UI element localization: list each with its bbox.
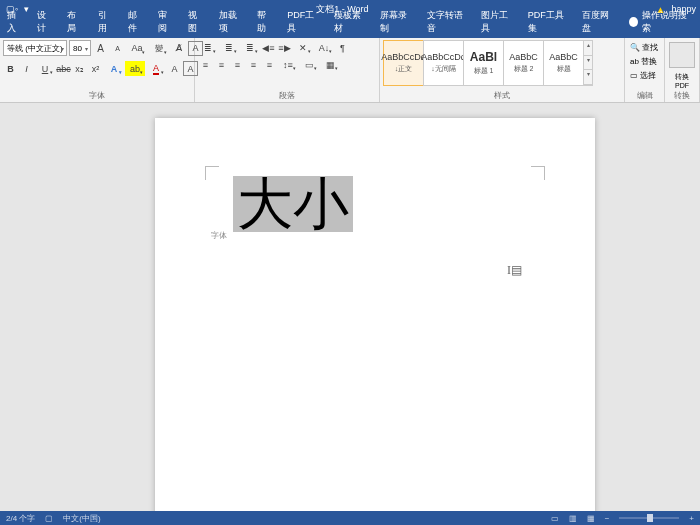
- numbering-button[interactable]: ≣: [219, 40, 239, 55]
- lightbulb-icon: [629, 17, 638, 27]
- select-button[interactable]: ▭选择: [628, 68, 658, 82]
- tell-me-label: 操作说明搜索: [642, 9, 690, 35]
- style-normal[interactable]: AaBbCcDd ↓正文: [383, 40, 424, 86]
- search-icon: 🔍: [630, 43, 640, 52]
- subscript-button[interactable]: x₂: [72, 61, 87, 76]
- highlight-button[interactable]: ab: [125, 61, 145, 76]
- crop-mark-tr: [531, 166, 545, 180]
- tab-templates[interactable]: 模板素材: [327, 6, 373, 38]
- zoom-out-icon[interactable]: −: [605, 514, 610, 523]
- clear-formatting-icon[interactable]: A̸: [171, 41, 186, 56]
- style-heading2[interactable]: AaBbC 标题 2: [503, 40, 544, 86]
- bold-button[interactable]: B: [3, 61, 18, 76]
- justify-icon[interactable]: ≡: [246, 57, 261, 72]
- convert-group: 转换 PDF 转换: [665, 38, 700, 102]
- show-marks-icon[interactable]: ¶: [335, 40, 350, 55]
- tab-addins[interactable]: 加载项: [212, 6, 250, 38]
- chevron-up-icon: ▴: [584, 41, 592, 56]
- tab-layout[interactable]: 布局: [60, 6, 90, 38]
- align-right-icon[interactable]: ≡: [230, 57, 245, 72]
- find-button[interactable]: 🔍查找: [628, 40, 660, 54]
- status-bar: 2/4 个字 ▢ 中文(中国) ▭ ▥ ▦ − +: [0, 511, 700, 525]
- web-layout-icon[interactable]: ▦: [587, 514, 595, 523]
- style-nospacing[interactable]: AaBbCcDd ↓无间隔: [423, 40, 464, 86]
- font-group-label: 字体: [3, 89, 191, 102]
- tab-pdftools[interactable]: PDF工具: [280, 6, 326, 38]
- document-area[interactable]: 大小 字体 I▤: [0, 103, 700, 511]
- paragraph-group-label: 段落: [198, 89, 376, 102]
- italic-button[interactable]: I: [19, 61, 34, 76]
- tab-view[interactable]: 视图: [181, 6, 211, 38]
- read-mode-icon[interactable]: ▭: [551, 514, 559, 523]
- spellcheck-icon[interactable]: ▢: [45, 514, 53, 523]
- sort-icon[interactable]: A↓: [314, 40, 334, 55]
- font-size-combo[interactable]: 80: [69, 40, 91, 56]
- zoom-slider[interactable]: [619, 517, 679, 519]
- ibeam-cursor-icon: I▤: [507, 263, 522, 278]
- tab-help[interactable]: 帮助: [250, 6, 280, 38]
- align-center-icon[interactable]: ≡: [214, 57, 229, 72]
- style-heading1[interactable]: AaBl 标题 1: [463, 40, 504, 86]
- tab-design[interactable]: 设计: [30, 6, 60, 38]
- tell-me[interactable]: 操作说明搜索: [622, 6, 700, 38]
- strikethrough-button[interactable]: abc: [56, 61, 71, 76]
- print-layout-icon[interactable]: ▥: [569, 514, 577, 523]
- editing-group: 🔍查找 ab替换 ▭选择 编辑: [625, 38, 665, 102]
- font-hint-label: 字体: [211, 230, 227, 241]
- tab-mailings[interactable]: 邮件: [121, 6, 151, 38]
- crop-mark-tl: [205, 166, 219, 180]
- underline-button[interactable]: U: [35, 61, 55, 76]
- align-left-icon[interactable]: ≡: [198, 57, 213, 72]
- borders-icon[interactable]: ▦: [320, 57, 340, 72]
- decrease-font-icon[interactable]: A: [110, 41, 125, 56]
- styles-group: AaBbCcDd ↓正文 AaBbCcDd ↓无间隔 AaBl 标题 1 AaB…: [380, 38, 625, 102]
- styles-more-button[interactable]: ▴ ▾ ▾: [583, 40, 593, 86]
- convert-group-label: 转换: [668, 89, 696, 102]
- convert-pdf-label: 转换 PDF: [675, 72, 689, 89]
- zoom-in-icon[interactable]: +: [689, 514, 694, 523]
- replace-button[interactable]: ab替换: [628, 54, 659, 68]
- multilevel-list-button[interactable]: ≣: [240, 40, 260, 55]
- tab-references[interactable]: 引用: [91, 6, 121, 38]
- phonetic-guide-icon[interactable]: 變: [149, 41, 169, 56]
- language-status[interactable]: 中文(中国): [63, 513, 100, 524]
- editing-group-label: 编辑: [628, 89, 661, 102]
- tab-insert[interactable]: 插入: [0, 6, 30, 38]
- ribbon: 等线 (中文正文) 80 A A Aa 變 A̸ A B I U abc x₂ …: [0, 38, 700, 103]
- tab-imagetools[interactable]: 图片工具: [474, 6, 520, 38]
- decrease-indent-icon[interactable]: ◀≡: [261, 40, 276, 55]
- styles-expand-icon: ▾: [584, 70, 592, 85]
- font-group: 等线 (中文正文) 80 A A Aa 變 A̸ A B I U abc x₂ …: [0, 38, 195, 102]
- superscript-button[interactable]: x²: [88, 61, 103, 76]
- word-count[interactable]: 2/4 个字: [6, 513, 35, 524]
- distribute-icon[interactable]: ≡: [262, 57, 277, 72]
- font-color-button[interactable]: A: [146, 61, 166, 76]
- convert-pdf-icon[interactable]: [669, 42, 695, 68]
- change-case-button[interactable]: Aa: [127, 41, 147, 56]
- tab-review[interactable]: 审阅: [151, 6, 181, 38]
- page[interactable]: 大小 字体 I▤: [155, 118, 595, 511]
- tab-screenrec[interactable]: 屏幕录制: [373, 6, 419, 38]
- tab-pdftoolset[interactable]: PDF工具集: [521, 6, 576, 38]
- asian-layout-icon[interactable]: ✕: [293, 40, 313, 55]
- increase-font-icon[interactable]: A: [93, 41, 108, 56]
- font-name-combo[interactable]: 等线 (中文正文): [3, 40, 67, 56]
- line-spacing-icon[interactable]: ↕≡: [278, 57, 298, 72]
- styles-group-label: 样式: [383, 89, 621, 102]
- bullets-button[interactable]: ≣: [198, 40, 218, 55]
- chevron-down-icon: ▾: [584, 56, 592, 71]
- text-effects-button[interactable]: A: [104, 61, 124, 76]
- increase-indent-icon[interactable]: ≡▶: [277, 40, 292, 55]
- replace-icon: ab: [630, 57, 639, 66]
- ribbon-tabs: 插入 设计 布局 引用 邮件 审阅 视图 加载项 帮助 PDF工具 模板素材 屏…: [0, 18, 700, 38]
- selected-text[interactable]: 大小: [233, 176, 353, 232]
- style-title[interactable]: AaBbC 标题: [543, 40, 584, 86]
- shading-icon[interactable]: ▭: [299, 57, 319, 72]
- char-shading-icon[interactable]: A: [167, 61, 182, 76]
- cursor-icon: ▭: [630, 71, 638, 80]
- tab-tts[interactable]: 文字转语音: [420, 6, 475, 38]
- paragraph-group: ≣ ≣ ≣ ◀≡ ≡▶ ✕ A↓ ¶ ≡ ≡ ≡ ≡ ≡ ↕≡ ▭ ▦ 段落: [195, 38, 380, 102]
- tab-baidunetdisk[interactable]: 百度网盘: [575, 6, 621, 38]
